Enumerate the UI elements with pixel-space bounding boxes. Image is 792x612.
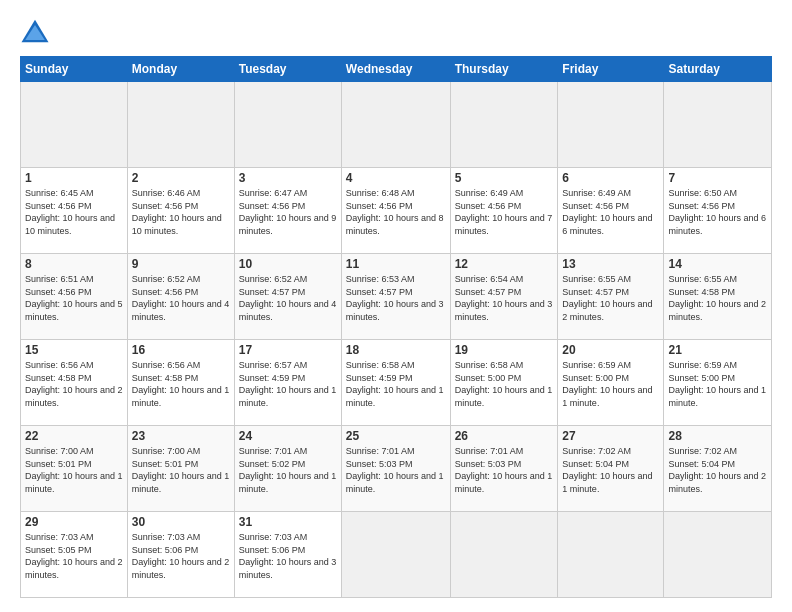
day-info: Sunrise: 6:48 AMSunset: 4:56 PMDaylight:… [346,187,446,237]
day-of-week-header: Saturday [664,57,772,82]
day-number: 31 [239,515,337,529]
calendar-table: SundayMondayTuesdayWednesdayThursdayFrid… [20,56,772,598]
day-number: 26 [455,429,554,443]
day-number: 13 [562,257,659,271]
calendar-cell [234,82,341,168]
day-info: Sunrise: 6:56 AMSunset: 4:58 PMDaylight:… [25,359,123,409]
day-number: 14 [668,257,767,271]
day-number: 24 [239,429,337,443]
day-number: 25 [346,429,446,443]
day-info: Sunrise: 7:01 AMSunset: 5:03 PMDaylight:… [346,445,446,495]
day-info: Sunrise: 7:03 AMSunset: 5:06 PMDaylight:… [132,531,230,581]
logo [20,16,54,46]
calendar-cell [558,82,664,168]
day-info: Sunrise: 6:52 AMSunset: 4:56 PMDaylight:… [132,273,230,323]
calendar-cell: 8Sunrise: 6:51 AMSunset: 4:56 PMDaylight… [21,254,128,340]
calendar-cell [664,82,772,168]
calendar-cell: 18Sunrise: 6:58 AMSunset: 4:59 PMDayligh… [341,340,450,426]
day-info: Sunrise: 6:59 AMSunset: 5:00 PMDaylight:… [562,359,659,409]
calendar-cell: 16Sunrise: 6:56 AMSunset: 4:58 PMDayligh… [127,340,234,426]
day-info: Sunrise: 7:02 AMSunset: 5:04 PMDaylight:… [668,445,767,495]
logo-icon [20,16,50,46]
day-info: Sunrise: 6:56 AMSunset: 4:58 PMDaylight:… [132,359,230,409]
page-container: SundayMondayTuesdayWednesdayThursdayFrid… [0,0,792,608]
day-number: 16 [132,343,230,357]
day-number: 10 [239,257,337,271]
day-number: 23 [132,429,230,443]
day-info: Sunrise: 6:51 AMSunset: 4:56 PMDaylight:… [25,273,123,323]
day-number: 4 [346,171,446,185]
calendar-cell: 31Sunrise: 7:03 AMSunset: 5:06 PMDayligh… [234,512,341,598]
calendar-cell [450,82,558,168]
calendar-cell [664,512,772,598]
calendar-cell: 9Sunrise: 6:52 AMSunset: 4:56 PMDaylight… [127,254,234,340]
day-info: Sunrise: 7:01 AMSunset: 5:02 PMDaylight:… [239,445,337,495]
day-of-week-header: Sunday [21,57,128,82]
day-info: Sunrise: 6:58 AMSunset: 5:00 PMDaylight:… [455,359,554,409]
calendar-cell [341,82,450,168]
calendar-cell: 15Sunrise: 6:56 AMSunset: 4:58 PMDayligh… [21,340,128,426]
day-info: Sunrise: 6:55 AMSunset: 4:58 PMDaylight:… [668,273,767,323]
day-info: Sunrise: 6:49 AMSunset: 4:56 PMDaylight:… [562,187,659,237]
day-info: Sunrise: 6:47 AMSunset: 4:56 PMDaylight:… [239,187,337,237]
calendar-week-row: 15Sunrise: 6:56 AMSunset: 4:58 PMDayligh… [21,340,772,426]
calendar-body: 1Sunrise: 6:45 AMSunset: 4:56 PMDaylight… [21,82,772,598]
calendar-week-row: 1Sunrise: 6:45 AMSunset: 4:56 PMDaylight… [21,168,772,254]
day-number: 15 [25,343,123,357]
calendar-week-row: 8Sunrise: 6:51 AMSunset: 4:56 PMDaylight… [21,254,772,340]
day-number: 1 [25,171,123,185]
calendar-cell [558,512,664,598]
calendar-cell: 20Sunrise: 6:59 AMSunset: 5:00 PMDayligh… [558,340,664,426]
day-info: Sunrise: 7:03 AMSunset: 5:05 PMDaylight:… [25,531,123,581]
day-number: 27 [562,429,659,443]
day-info: Sunrise: 6:59 AMSunset: 5:00 PMDaylight:… [668,359,767,409]
calendar-cell [450,512,558,598]
calendar-cell: 21Sunrise: 6:59 AMSunset: 5:00 PMDayligh… [664,340,772,426]
header-row: SundayMondayTuesdayWednesdayThursdayFrid… [21,57,772,82]
calendar-cell: 26Sunrise: 7:01 AMSunset: 5:03 PMDayligh… [450,426,558,512]
day-info: Sunrise: 6:46 AMSunset: 4:56 PMDaylight:… [132,187,230,237]
day-number: 9 [132,257,230,271]
day-info: Sunrise: 6:52 AMSunset: 4:57 PMDaylight:… [239,273,337,323]
day-number: 29 [25,515,123,529]
calendar-cell: 14Sunrise: 6:55 AMSunset: 4:58 PMDayligh… [664,254,772,340]
calendar-cell: 6Sunrise: 6:49 AMSunset: 4:56 PMDaylight… [558,168,664,254]
day-of-week-header: Tuesday [234,57,341,82]
day-of-week-header: Thursday [450,57,558,82]
day-number: 19 [455,343,554,357]
calendar-cell: 22Sunrise: 7:00 AMSunset: 5:01 PMDayligh… [21,426,128,512]
day-number: 2 [132,171,230,185]
day-info: Sunrise: 7:00 AMSunset: 5:01 PMDaylight:… [132,445,230,495]
day-number: 3 [239,171,337,185]
day-number: 30 [132,515,230,529]
day-info: Sunrise: 7:02 AMSunset: 5:04 PMDaylight:… [562,445,659,495]
day-number: 21 [668,343,767,357]
day-number: 22 [25,429,123,443]
day-of-week-header: Wednesday [341,57,450,82]
calendar-cell: 5Sunrise: 6:49 AMSunset: 4:56 PMDaylight… [450,168,558,254]
day-number: 5 [455,171,554,185]
calendar-cell: 29Sunrise: 7:03 AMSunset: 5:05 PMDayligh… [21,512,128,598]
calendar-cell: 12Sunrise: 6:54 AMSunset: 4:57 PMDayligh… [450,254,558,340]
day-of-week-header: Monday [127,57,234,82]
calendar-cell: 28Sunrise: 7:02 AMSunset: 5:04 PMDayligh… [664,426,772,512]
day-of-week-header: Friday [558,57,664,82]
calendar-cell: 13Sunrise: 6:55 AMSunset: 4:57 PMDayligh… [558,254,664,340]
calendar-week-row [21,82,772,168]
day-number: 20 [562,343,659,357]
calendar-cell: 2Sunrise: 6:46 AMSunset: 4:56 PMDaylight… [127,168,234,254]
day-info: Sunrise: 6:54 AMSunset: 4:57 PMDaylight:… [455,273,554,323]
day-info: Sunrise: 6:57 AMSunset: 4:59 PMDaylight:… [239,359,337,409]
day-info: Sunrise: 6:50 AMSunset: 4:56 PMDaylight:… [668,187,767,237]
day-info: Sunrise: 7:00 AMSunset: 5:01 PMDaylight:… [25,445,123,495]
calendar-week-row: 22Sunrise: 7:00 AMSunset: 5:01 PMDayligh… [21,426,772,512]
day-number: 7 [668,171,767,185]
page-header [20,16,772,46]
day-info: Sunrise: 7:01 AMSunset: 5:03 PMDaylight:… [455,445,554,495]
day-number: 12 [455,257,554,271]
day-number: 6 [562,171,659,185]
calendar-cell: 23Sunrise: 7:00 AMSunset: 5:01 PMDayligh… [127,426,234,512]
day-number: 8 [25,257,123,271]
calendar-cell: 3Sunrise: 6:47 AMSunset: 4:56 PMDaylight… [234,168,341,254]
calendar-cell: 1Sunrise: 6:45 AMSunset: 4:56 PMDaylight… [21,168,128,254]
